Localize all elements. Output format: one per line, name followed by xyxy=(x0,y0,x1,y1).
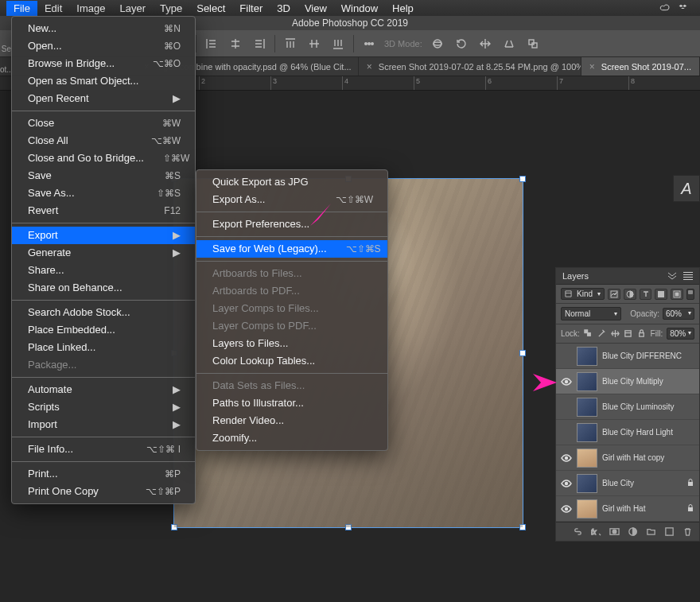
layer-row[interactable]: Blue City DIFFERENCE xyxy=(556,344,699,369)
menu-item[interactable]: Render Video... xyxy=(196,412,387,429)
layer-row[interactable]: Blue City Multiply xyxy=(556,369,699,394)
3d-pan-icon[interactable] xyxy=(476,35,494,52)
collapse-icon[interactable] xyxy=(667,272,677,280)
document-tab[interactable]: ×Screen Shot 2019-07... xyxy=(581,57,700,76)
menu-layer[interactable]: Layer xyxy=(113,1,154,16)
filter-pixel-icon[interactable] xyxy=(608,289,620,300)
lock-pixels-icon[interactable] xyxy=(597,328,607,340)
new-layer-icon[interactable] xyxy=(664,526,675,537)
menu-item[interactable]: RevertF12 xyxy=(12,202,195,219)
menu-item[interactable]: Search Adobe Stock... xyxy=(12,304,195,321)
menu-item[interactable]: Open as Smart Object... xyxy=(12,72,195,90)
more-options-icon[interactable] xyxy=(360,35,378,52)
opacity-value-input[interactable]: 60%▾ xyxy=(663,308,694,320)
menu-item[interactable]: Close⌘W xyxy=(12,115,195,132)
visibility-toggle[interactable] xyxy=(561,378,572,386)
menu-item[interactable]: Share... xyxy=(12,262,195,279)
menu-item[interactable]: Export As...⌥⇧⌘W xyxy=(196,191,387,208)
menu-item[interactable]: Import▶ xyxy=(12,416,195,433)
menu-item[interactable]: Layers to Files... xyxy=(196,335,387,352)
menu-item[interactable]: Browse in Bridge...⌥⌘O xyxy=(12,55,195,72)
align-center-v-icon[interactable] xyxy=(305,35,323,52)
panel-menu-icon[interactable] xyxy=(683,272,693,280)
menu-item[interactable]: Export Preferences... xyxy=(196,216,387,233)
menu-item[interactable]: Save As...⇧⌘S xyxy=(12,184,195,202)
layer-name[interactable]: Blue City Hard Light xyxy=(602,428,682,437)
3d-slide-icon[interactable] xyxy=(500,35,518,52)
menu-item[interactable]: Close All⌥⌘W xyxy=(12,132,195,150)
close-tab-icon[interactable]: × xyxy=(367,61,372,72)
menu-view[interactable]: View xyxy=(298,1,334,16)
layer-name[interactable]: Blue City DIFFERENCE xyxy=(602,351,682,360)
transform-handle[interactable] xyxy=(519,350,526,356)
layer-kind-filter[interactable]: Kind ▾ xyxy=(561,288,605,300)
layer-name[interactable]: Blue City xyxy=(602,479,682,487)
menu-item[interactable]: Color Lookup Tables... xyxy=(196,352,387,370)
transform-handle[interactable] xyxy=(519,524,526,530)
3d-orbit-icon[interactable] xyxy=(429,35,446,52)
layer-row[interactable]: Girl with Hat xyxy=(556,496,699,522)
menu-select[interactable]: Select xyxy=(189,1,232,16)
menu-filter[interactable]: Filter xyxy=(232,1,270,16)
blend-mode-select[interactable]: Normal▾ xyxy=(561,307,621,320)
menu-help[interactable]: Help xyxy=(385,1,421,16)
transform-handle[interactable] xyxy=(519,176,526,182)
delete-layer-icon[interactable] xyxy=(682,526,693,537)
menu-item[interactable]: Scripts▶ xyxy=(12,398,195,416)
align-top-icon[interactable] xyxy=(282,35,299,52)
transform-handle[interactable] xyxy=(171,524,177,530)
close-tab-icon[interactable]: × xyxy=(589,61,595,72)
document-tab[interactable]: ×Screen Shot 2019-07-02 at 8.25.54 PM.pn… xyxy=(359,57,581,76)
3d-roll-icon[interactable] xyxy=(453,35,470,52)
lock-artboard-icon[interactable] xyxy=(624,328,633,340)
visibility-toggle[interactable] xyxy=(561,454,572,462)
menu-file[interactable]: File xyxy=(6,1,37,16)
menu-item[interactable]: Zoomify... xyxy=(196,429,387,447)
menu-item[interactable]: Close and Go to Bridge...⇧⌘W xyxy=(12,150,195,167)
align-left-icon[interactable] xyxy=(203,35,220,52)
filter-adjustment-icon[interactable] xyxy=(624,289,636,300)
type-tool-panel-icon[interactable]: A xyxy=(673,175,700,202)
menu-item[interactable]: Save for Web (Legacy)...⌥⇧⌘S xyxy=(196,240,387,258)
menu-item[interactable]: Automate▶ xyxy=(12,381,195,398)
menu-item[interactable]: Print...⌘P xyxy=(12,465,195,483)
group-icon[interactable] xyxy=(646,526,656,537)
filter-smart-icon[interactable] xyxy=(671,289,683,300)
menu-item[interactable]: Print One Copy⌥⇧⌘P xyxy=(12,483,195,500)
layer-name[interactable]: Blue City Multiply xyxy=(602,377,682,386)
layer-row[interactable]: Blue City Hard Light xyxy=(556,420,699,445)
link-layers-icon[interactable] xyxy=(573,526,583,537)
menu-item[interactable]: Export▶ xyxy=(12,227,195,244)
lock-all-icon[interactable] xyxy=(637,328,647,340)
visibility-toggle[interactable] xyxy=(561,505,572,513)
menu-item[interactable]: Paths to Illustrator... xyxy=(196,394,387,412)
transform-handle[interactable] xyxy=(345,524,352,530)
layer-name[interactable]: Blue City Luminosity xyxy=(602,402,682,411)
layer-mask-icon[interactable] xyxy=(609,526,620,537)
menu-window[interactable]: Window xyxy=(334,1,385,16)
menu-item[interactable]: File Info...⌥⇧⌘ I xyxy=(12,441,195,458)
menu-image[interactable]: Image xyxy=(69,1,112,16)
adjustment-layer-icon[interactable] xyxy=(628,526,638,537)
align-bottom-icon[interactable] xyxy=(329,35,347,52)
lock-position-icon[interactable] xyxy=(610,328,620,340)
layer-name[interactable]: Girl with Hat copy xyxy=(602,453,682,462)
3d-scale-icon[interactable] xyxy=(524,35,542,52)
layer-name[interactable]: Girl with Hat xyxy=(602,504,682,513)
layer-fx-icon[interactable]: fx xyxy=(591,526,601,537)
menu-item[interactable]: Quick Export as JPG xyxy=(196,173,387,191)
filter-shape-icon[interactable] xyxy=(655,289,667,300)
fill-value-input[interactable]: 80%▾ xyxy=(667,328,694,340)
align-center-h-icon[interactable] xyxy=(227,35,244,52)
menu-item[interactable]: Place Linked... xyxy=(12,339,195,356)
menu-item[interactable]: Place Embedded... xyxy=(12,321,195,339)
menu-item[interactable]: Generate▶ xyxy=(12,244,195,262)
layer-row[interactable]: Blue City xyxy=(556,471,699,496)
filter-type-icon[interactable] xyxy=(640,289,652,300)
menu-item[interactable]: Share on Behance... xyxy=(12,279,195,297)
menu-3d[interactable]: 3D xyxy=(270,1,298,16)
menu-item[interactable]: Open...⌘O xyxy=(12,37,195,55)
align-right-icon[interactable] xyxy=(251,35,268,52)
menu-edit[interactable]: Edit xyxy=(37,1,69,16)
menu-item[interactable]: Save⌘S xyxy=(12,167,195,184)
